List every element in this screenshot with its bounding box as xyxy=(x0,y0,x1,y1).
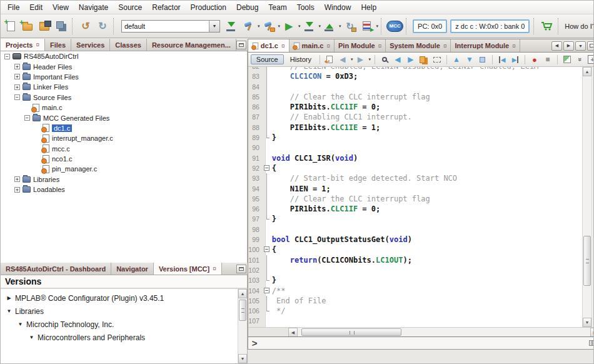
line-number[interactable]: 85 xyxy=(248,92,263,102)
clean-build-dropdown[interactable]: ▾ xyxy=(278,24,281,29)
stop-macro-recording-button[interactable]: ■ xyxy=(542,54,553,65)
line-number[interactable]: 101 xyxy=(248,255,263,265)
toggle-comment-button[interactable] xyxy=(561,54,573,65)
new-file-button[interactable] xyxy=(3,18,19,35)
scroll-up-button[interactable]: ▲ xyxy=(583,67,591,76)
tab-versions-mcc-[interactable]: Versions [MCC]¤ xyxy=(154,263,222,275)
code-line[interactable]: 92−{ xyxy=(248,163,582,173)
tab-list-dropdown-button[interactable]: ▼ xyxy=(575,41,586,51)
debug-tool-dropdown[interactable]: ▾ xyxy=(376,24,379,29)
last-edit-button[interactable] xyxy=(324,54,335,65)
scrollbar-track[interactable] xyxy=(583,76,591,318)
line-number[interactable]: 90 xyxy=(248,143,263,153)
twisty-expand-icon[interactable]: + xyxy=(14,84,20,90)
tab-navigator[interactable]: Navigator xyxy=(111,263,154,275)
editor-horizontal-scrollbar[interactable]: ◀ ▶ xyxy=(248,327,594,336)
tab-main-c[interactable]: main.c¤ xyxy=(289,39,335,52)
refresh-debug-tool-button[interactable]: ↻ xyxy=(342,18,358,35)
make-and-program-button[interactable] xyxy=(223,18,239,35)
split-document-button[interactable]: + xyxy=(588,55,594,64)
scroll-right-button[interactable]: ▶ xyxy=(590,328,594,337)
code-line[interactable]: 85 // Clear the CLC interrupt flag xyxy=(248,92,582,102)
configuration-select[interactable]: default ▼ xyxy=(121,20,220,33)
redo-button[interactable]: ↻ xyxy=(94,18,111,35)
menu-refactor[interactable]: Refactor xyxy=(147,3,185,12)
line-number[interactable]: 82 xyxy=(248,67,263,71)
line-number[interactable]: 87 xyxy=(248,112,263,122)
close-icon[interactable]: ¤ xyxy=(443,43,447,49)
scrollbar-thumb[interactable] xyxy=(239,300,246,321)
line-number[interactable]: 100 xyxy=(248,245,263,255)
back-button[interactable]: ◀ xyxy=(337,54,348,65)
clean-and-build-button[interactable] xyxy=(261,18,277,35)
program-dropdown[interactable]: ▾ xyxy=(319,24,321,29)
code-line[interactable]: 107 xyxy=(248,316,582,326)
close-icon[interactable]: ¤ xyxy=(512,43,516,49)
menu-view[interactable]: View xyxy=(48,3,74,12)
fold-collapse-icon[interactable]: − xyxy=(264,288,269,293)
line-number[interactable]: 97 xyxy=(248,214,263,224)
build-dropdown[interactable]: ▾ xyxy=(258,24,260,29)
previous-bookmark-button[interactable]: ▲ xyxy=(451,54,462,65)
code-editor[interactable]: 82 // LC1EN enabled; LC1NIN disabled; LC… xyxy=(248,67,582,327)
code-line[interactable]: 105 End of File xyxy=(248,296,582,306)
chevron-down-icon[interactable]: ▼ xyxy=(6,308,13,314)
chevron-down-icon[interactable]: ▼ xyxy=(17,321,24,327)
close-icon[interactable]: ¤ xyxy=(281,43,285,49)
versions-scrollbar[interactable]: ▲ ▼ xyxy=(238,289,247,363)
scrollbar-track[interactable] xyxy=(238,298,247,354)
toggle-bookmark-button[interactable] xyxy=(477,54,488,65)
scroll-down-button[interactable]: ▼ xyxy=(583,318,591,327)
build-button[interactable] xyxy=(240,18,256,35)
shift-left-button[interactable]: ◀ xyxy=(496,54,508,65)
close-icon[interactable]: ¤ xyxy=(326,43,330,49)
tab-system-module[interactable]: System Module¤ xyxy=(386,39,451,52)
fold-collapse-icon[interactable]: − xyxy=(264,165,269,171)
tab-resource-managemen-[interactable]: Resource Managemen... xyxy=(147,39,236,51)
menu-tools[interactable]: Tools xyxy=(292,3,320,12)
line-number[interactable]: 105 xyxy=(248,296,263,306)
twisty-collapse-icon[interactable]: − xyxy=(24,115,30,121)
fold-collapse-icon[interactable]: − xyxy=(264,246,269,252)
code-line[interactable]: 82 // LC1EN enabled; LC1NIN disabled; LC… xyxy=(248,67,582,71)
line-number[interactable]: 88 xyxy=(248,123,263,133)
combo-dropdown-button[interactable]: ▼ xyxy=(209,21,219,32)
tab-interrupt-module[interactable]: Interrupt Module¤ xyxy=(451,39,520,52)
tree-item-rs485autodirctrl[interactable]: −RS485AutoDirCtrl xyxy=(1,51,247,61)
tab-projects[interactable]: Projects¤ xyxy=(1,39,45,51)
tab-dc1-c[interactable]: dc1.c¤ xyxy=(248,39,289,52)
code-line[interactable]: 106 */ xyxy=(248,306,582,316)
tree-item-mcc-generated-files[interactable]: −MCC Generated Files xyxy=(1,113,247,123)
save-all-button[interactable] xyxy=(53,18,69,35)
history-view-button[interactable]: History xyxy=(286,55,316,64)
minimize-window-button[interactable] xyxy=(236,41,246,49)
code-line[interactable]: 95 // Clear the CLC interrupt flag xyxy=(248,194,582,204)
tree-item-main-c[interactable]: main.c xyxy=(1,103,247,113)
undo-button[interactable]: ↺ xyxy=(78,18,94,35)
versions-item[interactable]: ▼Libraries xyxy=(1,305,238,318)
tree-item-libraries[interactable]: +Libraries xyxy=(1,174,247,185)
line-number[interactable]: 107 xyxy=(248,316,263,326)
back-dropdown[interactable]: ▾ xyxy=(351,57,353,62)
line-number[interactable]: 92 xyxy=(248,163,263,173)
line-number[interactable]: 102 xyxy=(248,265,263,275)
line-number[interactable]: 86 xyxy=(248,102,263,112)
tab-rs485autodirctrl-dashboard[interactable]: RS485AutoDirCtrl - Dashboard xyxy=(1,263,111,275)
tree-item-nco1-c[interactable]: nco1.c xyxy=(1,154,247,164)
new-project-button[interactable] xyxy=(19,18,36,35)
tree-item-header-files[interactable]: +Header Files xyxy=(1,61,247,71)
tab-files[interactable]: Files xyxy=(45,39,71,51)
code-line[interactable]: 98 xyxy=(248,225,582,235)
scrollbar-track[interactable] xyxy=(298,328,590,336)
start-macro-recording-button[interactable]: ● xyxy=(529,54,540,65)
program-device-button[interactable] xyxy=(301,18,318,35)
code-line[interactable]: 91void CLC1_ISR(void) xyxy=(248,153,582,163)
close-icon[interactable]: ¤ xyxy=(213,265,216,272)
code-line[interactable]: 101 return(CLC1CONbits.LC1OUT); xyxy=(248,255,582,265)
menu-debug[interactable]: Debug xyxy=(231,3,263,12)
twisty-expand-icon[interactable]: + xyxy=(14,64,20,69)
tree-item-source-files[interactable]: −Source Files xyxy=(1,93,247,103)
code-line[interactable]: 102 xyxy=(248,265,582,275)
shift-right-button[interactable]: ▶ xyxy=(510,54,521,65)
twisty-collapse-icon[interactable]: − xyxy=(4,54,10,59)
